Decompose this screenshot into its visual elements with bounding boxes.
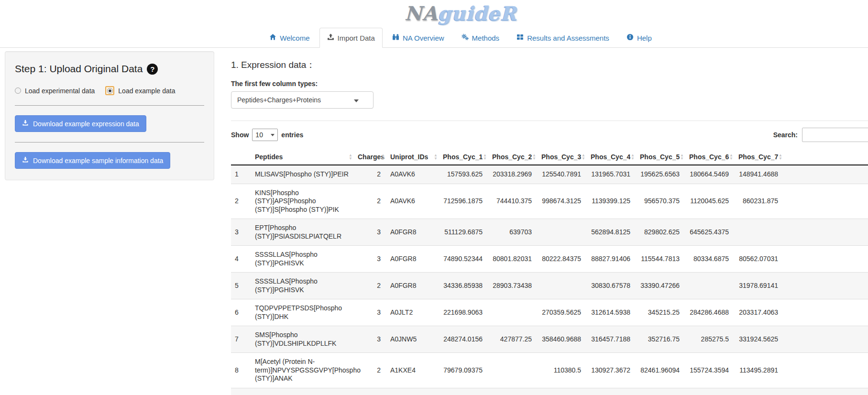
cell-intensity-value: 113495.2891 <box>735 353 784 388</box>
header-phos-cyc-7[interactable]: Phos_Cyc_7▲▼ <box>735 149 784 165</box>
page-length-control: Show 10 entries <box>231 129 303 141</box>
tab-import-data[interactable]: Import Data <box>319 28 383 48</box>
cell-row-number: 6 <box>231 299 251 326</box>
cell-intensity-value: 331924.5625 <box>735 326 784 353</box>
cell-intensity-value: 639703 <box>488 219 538 246</box>
table-header-row: Peptides▲▼ Charges▲▼ Uniprot_IDs▲▼ Phos_… <box>231 149 868 165</box>
cell-intensity-value: 34336.85938 <box>439 273 488 299</box>
sort-icon: ▲▼ <box>729 154 733 160</box>
cell-intensity-value: 30830.67578 <box>587 273 636 299</box>
radio-label: Load experimental data <box>25 87 95 95</box>
app-logo-text: NAguideR <box>405 2 517 24</box>
cell-row-number <box>231 388 251 395</box>
top-header: NAguideR Welcome Import Data NA Overview… <box>0 0 868 48</box>
chevron-down-icon <box>271 134 275 136</box>
cell-uniprot-id <box>386 388 439 395</box>
cell-filler <box>784 299 868 326</box>
cell-uniprot-id: A0AVK6 <box>386 165 439 184</box>
search-label: Search: <box>773 131 798 139</box>
header-phos-cyc-6[interactable]: Phos_Cyc_6▲▼ <box>685 149 735 165</box>
tab-label: NA Overview <box>403 34 444 42</box>
cell-intensity-value: 203317.4063 <box>735 299 784 326</box>
cell-intensity-value: 131965.7031 <box>587 165 636 184</box>
cell-intensity-value <box>538 388 587 395</box>
page-length-value: 10 <box>255 131 263 139</box>
cell-intensity-value: 31978.69141 <box>735 273 784 299</box>
cell-intensity-value: 1120045.625 <box>685 184 735 219</box>
cell-intensity-value: 645625.4375 <box>685 219 735 246</box>
cell-uniprot-id: A0FGR8 <box>386 219 439 246</box>
header-phos-cyc-4[interactable]: Phos_Cyc_4▲▼ <box>587 149 636 165</box>
tab-help[interactable]: Help <box>619 28 659 48</box>
tab-na-overview[interactable]: NA Overview <box>385 28 452 48</box>
header-uniprot-ids[interactable]: Uniprot_IDs▲▼ <box>386 149 439 165</box>
cell-intensity-value: 79679.09375 <box>439 353 488 388</box>
cell-intensity-value: 712596.1875 <box>439 184 488 219</box>
cell-charges <box>354 388 386 395</box>
cell-row-number: 2 <box>231 184 251 219</box>
cell-intensity-value: 157593.625 <box>439 165 488 184</box>
tab-welcome[interactable]: Welcome <box>262 28 317 48</box>
header-phos-cyc-3[interactable]: Phos_Cyc_3▲▼ <box>538 149 587 165</box>
cell-intensity-value: 316457.7188 <box>587 326 636 353</box>
sort-icon: ▲▼ <box>434 154 438 160</box>
logo-guider: guideR <box>438 2 516 24</box>
table-row: 7SMS[Phospho (STY)]VDLSHIPLKDPLLFK3A0JNW… <box>231 326 868 353</box>
header-filler <box>784 149 868 165</box>
download-sample-info-button[interactable]: Download example sample information data <box>15 152 170 169</box>
sort-icon: ▲▼ <box>680 154 684 160</box>
cell-intensity-value <box>439 388 488 395</box>
cell-intensity-value: 284286.4688 <box>685 299 735 326</box>
cell-intensity-value <box>488 353 538 388</box>
column-types-select[interactable]: Peptides+Charges+Proteins <box>231 91 374 109</box>
table-row: 2KINS[Phospho (STY)]APS[Phospho (STY)]S[… <box>231 184 868 219</box>
header-phos-cyc-1[interactable]: Phos_Cyc_1▲▼ <box>439 149 488 165</box>
sort-icon: ▲▼ <box>381 154 385 160</box>
cell-filler <box>784 165 868 184</box>
tab-methods[interactable]: Methods <box>454 28 507 48</box>
column-types-selected-value: Peptides+Charges+Proteins <box>237 96 321 104</box>
radio-load-example[interactable]: Load example data <box>105 86 175 95</box>
show-entries-select[interactable]: 10 <box>252 129 278 141</box>
header-peptides[interactable]: Peptides▲▼ <box>251 149 354 165</box>
cell-uniprot-id: A0JNW5 <box>386 326 439 353</box>
cell-intensity-value: 80801.82031 <box>488 246 538 273</box>
cell-intensity-value: 956570.375 <box>636 184 685 219</box>
cell-peptide: M[Acetyl (Protein N-term)]NPVYSPGSSGVPY[… <box>251 353 354 388</box>
cell-peptide: SMS[Phospho (STY)]VDLSHIPLKDPLLFK <box>251 326 354 353</box>
cell-peptide: TQDPVPPETPSDS[Phospho (STY)]DHK <box>251 299 354 326</box>
table-row: 1MLISAVS[Phospho (STY)]PEIR2A0AVK6157593… <box>231 165 868 184</box>
button-label: Download example expression data <box>33 120 139 128</box>
main-nav-tabs: Welcome Import Data NA Overview Methods … <box>0 28 868 48</box>
main-area: 1. Expression data： The first few column… <box>231 51 868 395</box>
cell-intensity-value: 345215.25 <box>636 299 685 326</box>
cell-intensity-value <box>735 388 784 395</box>
tab-results-assessments[interactable]: Results and Assessments <box>509 28 617 48</box>
cell-intensity-value: 82461.96094 <box>636 353 685 388</box>
download-expression-button[interactable]: Download example expression data <box>15 115 146 132</box>
radio-circle-icon <box>15 88 21 94</box>
cell-uniprot-id: A0JLT2 <box>386 299 439 326</box>
button-label: Download example sample information data <box>33 157 163 165</box>
tab-label: Welcome <box>280 34 309 42</box>
table-body: 1MLISAVS[Phospho (STY)]PEIR2A0AVK6157593… <box>231 165 868 395</box>
cell-row-number: 5 <box>231 273 251 299</box>
cell-intensity-value <box>636 388 685 395</box>
header-phos-cyc-5[interactable]: Phos_Cyc_5▲▼ <box>636 149 685 165</box>
expression-data-table: Peptides▲▼ Charges▲▼ Uniprot_IDs▲▼ Phos_… <box>231 149 868 395</box>
header-phos-cyc-2[interactable]: Phos_Cyc_2▲▼ <box>488 149 538 165</box>
cell-intensity-value: 998674.3125 <box>538 184 587 219</box>
header-charges[interactable]: Charges▲▼ <box>354 149 386 165</box>
cell-intensity-value: 148941.4688 <box>735 165 784 184</box>
question-icon[interactable]: ? <box>147 64 158 75</box>
cell-peptide: KINS[Phospho (STY)]APS[Phospho (STY)]S[P… <box>251 184 354 219</box>
cell-intensity-value: 312614.5938 <box>587 299 636 326</box>
cell-peptide <box>251 388 354 395</box>
search-input[interactable] <box>802 128 868 142</box>
chevron-down-icon <box>354 99 359 102</box>
show-label: Show <box>231 131 249 139</box>
radio-load-experimental[interactable]: Load experimental data <box>15 87 95 95</box>
cell-intensity-value: 74890.52344 <box>439 246 488 273</box>
cell-intensity-value: 80334.6875 <box>685 246 735 273</box>
cell-charges: 3 <box>354 219 386 246</box>
